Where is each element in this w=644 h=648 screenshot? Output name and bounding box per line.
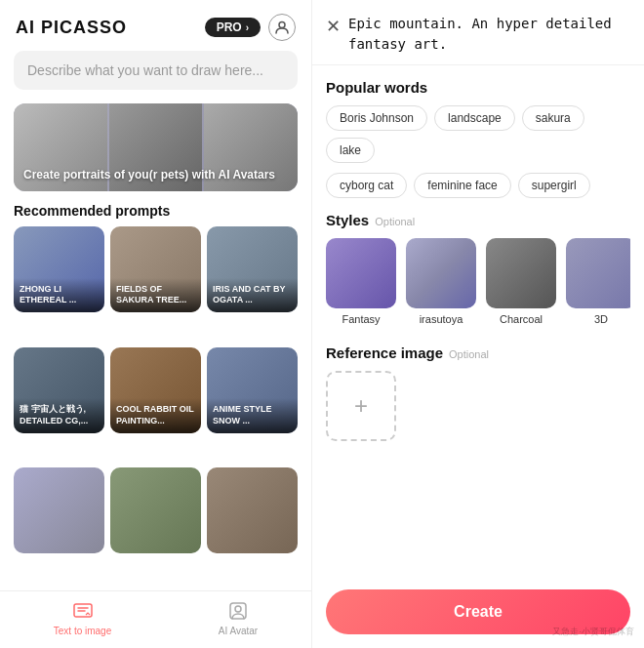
search-placeholder: Describe what you want to draw here...: [27, 62, 263, 78]
svg-point-5: [235, 606, 241, 612]
tag-lake[interactable]: lake: [326, 138, 375, 163]
plus-icon: +: [354, 392, 368, 420]
style-fantasy[interactable]: Fantasy: [326, 238, 396, 325]
close-button[interactable]: ✕: [326, 16, 341, 37]
header-right: PRO ›: [205, 14, 296, 41]
style-charcoal-thumb: [486, 238, 556, 308]
ref-image-header: Reference image Optional: [326, 344, 630, 361]
watermark: 又急走·小贤哥侃体育: [552, 626, 634, 638]
prompt-card-snow[interactable]: ANIME STYLE SNOW ...: [207, 347, 298, 433]
styles-optional-label: Optional: [375, 216, 415, 227]
styles-title: Styles: [326, 212, 369, 228]
app-logo: AI PICASSO: [16, 18, 127, 38]
right-panel: ✕ Popular words Boris Johnson landscape …: [312, 0, 644, 648]
svg-point-0: [279, 22, 285, 28]
user-avatar-icon[interactable]: [268, 14, 296, 41]
ref-image-optional-label: Optional: [449, 348, 489, 360]
tags-row-2: cyborg cat feminine face supergirl: [326, 173, 630, 198]
app-header: AI PICASSO PRO ›: [0, 0, 311, 51]
prompts-section-title: Recommended prompts: [0, 203, 311, 226]
style-fantasy-label: Fantasy: [342, 313, 380, 325]
styles-header: Styles Optional: [326, 212, 630, 228]
tags-row: Boris Johnson landscape sakura lake: [326, 105, 630, 163]
banner-text: Create portraits of you(r pets) with AI …: [23, 168, 275, 183]
prompt-card[interactable]: IRIS AND CAT BY OGATA ...: [207, 226, 298, 312]
style-irasutoya-label: irasutoya: [420, 313, 463, 325]
right-content: Popular words Boris Johnson landscape sa…: [312, 65, 644, 574]
prompt-card[interactable]: ZHONG LI ETHEREAL ...: [14, 226, 104, 312]
prompt-card[interactable]: [207, 467, 298, 553]
tag-sakura[interactable]: sakura: [522, 105, 584, 131]
search-input-row: ✕: [312, 0, 644, 65]
chevron-icon: ›: [246, 22, 249, 33]
tag-landscape[interactable]: landscape: [434, 105, 515, 131]
tag-supergirl[interactable]: supergirl: [518, 173, 590, 198]
nav-text-to-image[interactable]: Text to image: [54, 599, 111, 636]
ref-image-title: Reference image: [326, 344, 443, 361]
style-irasutoya[interactable]: irasutoya: [406, 238, 476, 325]
text-to-image-icon: [71, 599, 95, 623]
ref-image-section: Reference image Optional +: [326, 344, 630, 441]
bottom-nav: Text to image AI Avatar: [0, 590, 311, 648]
nav-text-to-image-label: Text to image: [54, 626, 111, 636]
style-3d-thumb: [566, 238, 630, 308]
ai-avatar-icon: [226, 599, 250, 623]
style-charcoal[interactable]: Charcoal: [486, 238, 556, 325]
pro-label: PRO: [217, 20, 242, 34]
prompt-input[interactable]: [348, 14, 630, 55]
nav-ai-avatar-label: AI Avatar: [219, 626, 258, 636]
tag-boris-johnson[interactable]: Boris Johnson: [326, 105, 427, 131]
left-panel: AI PICASSO PRO › Describe what you want …: [0, 0, 312, 648]
ai-avatars-banner[interactable]: Create portraits of you(r pets) with AI …: [14, 103, 298, 191]
style-3d[interactable]: 3D: [566, 238, 630, 325]
style-irasutoya-thumb: [406, 238, 476, 308]
styles-section: Styles Optional Fantasy irasutoya Charco…: [326, 212, 630, 329]
tag-cyborg-cat[interactable]: cyborg cat: [326, 173, 407, 198]
style-fantasy-thumb: [326, 238, 396, 308]
style-charcoal-label: Charcoal: [500, 313, 543, 325]
prompts-grid: ZHONG LI ETHEREAL ... FIELDS OF SAKURA T…: [0, 226, 311, 583]
style-3d-label: 3D: [594, 313, 608, 325]
pro-badge[interactable]: PRO ›: [205, 18, 261, 37]
styles-scroll: Fantasy irasutoya Charcoal 3D: [326, 238, 630, 329]
ref-image-upload[interactable]: +: [326, 371, 396, 441]
popular-words-title: Popular words: [326, 79, 630, 96]
tag-feminine-face[interactable]: feminine face: [414, 173, 510, 198]
prompt-card[interactable]: 猫 宇宙人と戦う, DETAILED CG,...: [14, 347, 104, 433]
prompt-card[interactable]: FIELDS OF SAKURA TREE...: [110, 226, 201, 312]
prompt-card[interactable]: COOL RABBIT OIL PAINTING...: [110, 347, 201, 433]
search-input-bar[interactable]: Describe what you want to draw here...: [14, 51, 298, 90]
prompt-card[interactable]: [110, 467, 201, 553]
nav-ai-avatar[interactable]: AI Avatar: [219, 599, 258, 636]
prompt-card[interactable]: [14, 467, 104, 553]
